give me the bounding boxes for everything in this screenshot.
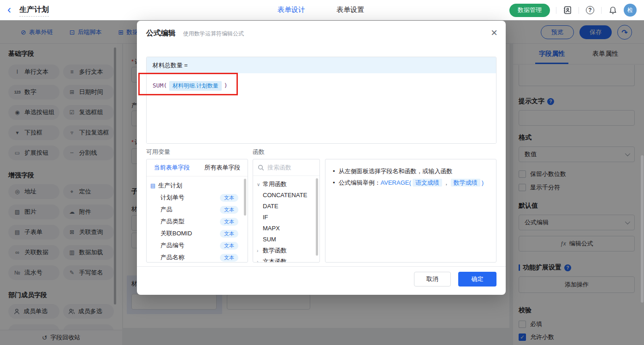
type-badge: 文本 — [220, 242, 238, 250]
tab-current-form-fields[interactable]: 当前表单字段 — [154, 164, 190, 172]
type-badge: 文本 — [220, 206, 238, 214]
variable-row[interactable]: 产品名称文本 — [150, 251, 244, 263]
tree-root-form[interactable]: ▤ 生产计划 — [150, 180, 244, 192]
function-item[interactable]: IF — [253, 212, 319, 223]
contact-book-icon[interactable] — [562, 5, 573, 15]
function-item[interactable]: MAPX — [253, 223, 319, 234]
type-badge: 文本 — [220, 194, 238, 202]
variable-row[interactable]: 产品编号文本 — [150, 240, 244, 251]
notification-bell-icon[interactable] — [608, 5, 618, 15]
help-line-1: • 从左侧面板选择字段名和函数，或输入函数 — [333, 165, 489, 177]
page-scrollbar[interactable] — [641, 155, 644, 303]
help-panel: • 从左侧面板选择字段名和函数，或输入函数 • 公式编辑举例：AVERAGE(语… — [325, 159, 496, 263]
confirm-button[interactable]: 确定 — [458, 272, 496, 287]
group-text-functions[interactable]: ›文本函数 — [253, 256, 319, 263]
formula-editor-box: 材料总数量 = SUM(材料明细.计划数量) — [146, 57, 496, 144]
formula-input-area[interactable]: SUM(材料明细.计划数量) — [147, 73, 496, 143]
modal-subtitle: 使用数学运算符编辑公式 — [183, 30, 244, 38]
modal-title: 公式编辑 — [146, 29, 176, 38]
formula-field-chip[interactable]: 材料明细.计划数量 — [169, 81, 221, 91]
close-icon[interactable]: × — [491, 26, 497, 39]
variable-row[interactable]: 产品类型文本 — [150, 216, 244, 228]
data-manage-button[interactable]: 数据管理 — [509, 4, 550, 17]
chevron-collapsed-icon: › — [257, 259, 260, 263]
function-item[interactable]: DATE — [253, 201, 319, 212]
back-chevron-icon[interactable]: ‹ — [7, 4, 11, 15]
tab-all-form-fields[interactable]: 所有表单字段 — [204, 164, 240, 172]
chevron-expanded-icon: ∨ — [257, 182, 260, 187]
function-item[interactable]: SUM — [253, 234, 319, 245]
example-field-chip: 语文成绩 — [413, 179, 442, 187]
function-item[interactable]: CONCATENATE — [253, 190, 319, 201]
function-search-input[interactable]: 搜索函数 — [253, 159, 319, 176]
cancel-button[interactable]: 取消 — [414, 272, 451, 287]
functions-label: 函数 — [253, 148, 265, 156]
document-icon: ▤ — [150, 182, 155, 189]
chevron-collapsed-icon: › — [257, 248, 260, 253]
tab-form-settings[interactable]: 表单设置 — [337, 6, 364, 14]
variable-row[interactable]: 产品文本 — [150, 204, 244, 216]
group-math-functions[interactable]: ›数学函数 — [253, 245, 319, 256]
formula-target-bar: 材料总数量 = — [147, 57, 496, 73]
variable-row[interactable]: 关联BOMID文本 — [150, 228, 244, 240]
help-icon[interactable]: ? — [585, 5, 595, 15]
design-settings-tabs: 表单设计 表单设置 — [278, 6, 364, 14]
formula-close-paren: ) — [224, 82, 228, 89]
type-badge: 文本 — [220, 254, 238, 262]
topbar: ‹ 生产计划 表单设计 表单设置 数据管理 ? 检 — [0, 0, 644, 20]
topbar-actions: 数据管理 ? 检 — [509, 0, 637, 20]
type-badge: 文本 — [220, 230, 238, 238]
help-line-2: • 公式编辑举例：AVERAGE(语文成绩，数学成绩) — [333, 177, 489, 188]
app-screen: ‹ 生产计划 表单设计 表单设置 数据管理 ? 检 — [0, 0, 644, 345]
example-function-token: AVERAGE( — [381, 179, 411, 186]
type-badge: 文本 — [220, 218, 238, 226]
functions-scrollbar[interactable] — [316, 178, 318, 256]
variables-panel: 当前表单字段 所有表单字段 ▤ 生产计划 计划单号文本 产品文本 产品类型文本 … — [146, 159, 248, 263]
functions-panel: 搜索函数 ∨常用函数 CONCATENATE DATE IF MAPX SUM … — [253, 159, 320, 263]
variable-row[interactable]: 计划单号文本 — [150, 192, 244, 204]
tab-form-design[interactable]: 表单设计 — [278, 6, 305, 14]
user-avatar[interactable]: 检 — [624, 4, 637, 17]
available-variables-label: 可用变量 — [146, 148, 170, 156]
formula-function-token: SUM( — [153, 82, 167, 89]
formula-edit-modal: 公式编辑 使用数学运算符编辑公式 × 材料总数量 = SUM(材料明细.计划数量… — [137, 21, 506, 295]
search-icon — [258, 164, 264, 171]
form-title[interactable]: 生产计划 — [19, 5, 49, 17]
variables-scrollbar[interactable] — [244, 179, 246, 216]
modal-header: 公式编辑 使用数学运算符编辑公式 — [137, 21, 506, 38]
example-field-chip: 数学成绩 — [451, 179, 480, 187]
group-common-functions[interactable]: ∨常用函数 — [253, 179, 319, 190]
